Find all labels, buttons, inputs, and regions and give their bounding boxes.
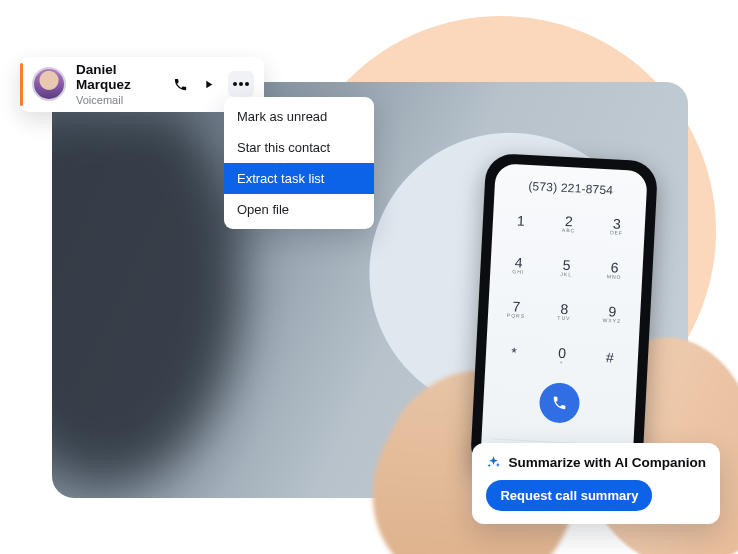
sparkle-icon [486,455,501,470]
phone-mockup: (573) 221-8754 12ABC3DEF4GHI5JKL6MNO7PQR… [470,153,659,482]
more-horizontal-icon [233,82,249,86]
dial-keypad: 12ABC3DEF4GHI5JKL6MNO7PQRS8TUV9WXYZ*0+# [495,202,636,377]
svg-point-1 [239,82,243,86]
more-button[interactable] [228,71,254,97]
phone-icon [551,394,568,411]
avatar [32,67,66,101]
menu-item-0[interactable]: Mark as unread [224,101,374,132]
contact-name: Daniel Marquez [76,63,166,93]
ai-card-title: Summarize with AI Companion [508,455,706,470]
keypad-key-0[interactable]: 0+ [543,336,581,374]
keypad-key-7[interactable]: 7PQRS [497,290,535,328]
keypad-key-9[interactable]: 9WXYZ [593,295,631,333]
keypad-key-4[interactable]: 4GHI [500,246,538,284]
voicemail-label: Voicemail [76,94,166,106]
keypad-key-1[interactable]: 1 [502,202,540,240]
menu-item-3[interactable]: Open file [224,194,374,225]
svg-point-2 [245,82,249,86]
call-icon[interactable] [172,76,188,92]
menu-item-2[interactable]: Extract task list [224,163,374,194]
svg-point-0 [233,82,237,86]
keypad-key-8[interactable]: 8TUV [545,292,583,330]
play-icon[interactable] [200,76,216,92]
menu-item-1[interactable]: Star this contact [224,132,374,163]
ai-summary-card: Summarize with AI Companion Request call… [472,443,720,524]
keypad-key-#[interactable]: # [591,339,629,377]
keypad-key-*[interactable]: * [495,334,533,372]
phone-screen: (573) 221-8754 12ABC3DEF4GHI5JKL6MNO7PQR… [480,163,647,471]
dial-button[interactable] [538,382,580,424]
context-menu: Mark as unreadStar this contactExtract t… [224,97,374,229]
keypad-key-2[interactable]: 2ABC [550,204,588,242]
dialed-number: (573) 221-8754 [528,179,613,197]
request-summary-button[interactable]: Request call summary [486,480,652,511]
keypad-key-5[interactable]: 5JKL [548,248,586,286]
keypad-key-3[interactable]: 3DEF [598,207,636,245]
keypad-key-6[interactable]: 6MNO [596,251,634,289]
